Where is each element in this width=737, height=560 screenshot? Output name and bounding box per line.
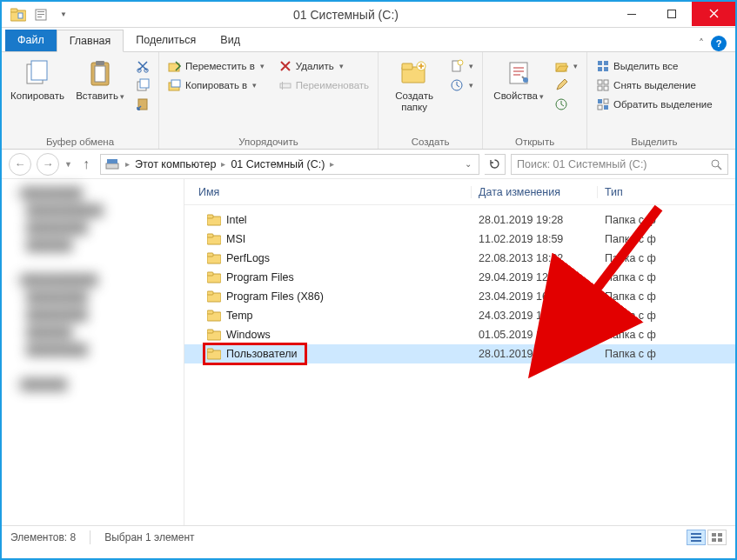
rename-button: Переименовать [275,77,372,94]
column-type[interactable]: Тип [598,186,735,198]
svg-rect-23 [282,82,283,90]
svg-rect-10 [31,61,47,80]
recent-dropdown-icon[interactable]: ▼ [64,160,72,169]
table-row[interactable]: Program Files29.04.2019 12:57Папка с ф [184,268,735,287]
view-large-button[interactable] [707,530,727,545]
window-controls [612,2,735,28]
select-none-button[interactable]: Снять выделение [593,77,716,94]
breadcrumb-current[interactable]: 01 Системный (C:) [231,158,325,170]
quick-access-toolbar: ▼ [2,5,80,24]
table-row[interactable]: Program Files (X86)23.04.2019 16:04Папка… [184,287,735,306]
new-item-button[interactable]: ▾ [446,57,477,75]
column-name[interactable]: Имя [184,186,472,198]
svg-point-48 [712,160,719,167]
table-row[interactable]: Пользователи28.01.2019 18:27Папка с ф [184,344,735,363]
svg-rect-17 [140,79,149,88]
svg-rect-42 [598,99,602,103]
edit-button[interactable] [551,77,581,94]
breadcrumb-root[interactable]: Этот компьютер [135,158,216,170]
delete-button[interactable]: Удалить▾ [275,57,372,75]
svg-rect-25 [402,63,412,70]
search-placeholder: Поиск: 01 Системный (C:) [517,158,647,170]
tab-share[interactable]: Поделиться [124,30,208,51]
copy-to-button[interactable]: Копировать в▾ [164,77,268,94]
svg-rect-44 [598,105,602,110]
column-headers: Имя Дата изменения Тип [184,179,735,205]
breadcrumb-dropdown-icon[interactable]: ⌄ [461,159,475,169]
copy-button[interactable]: Копировать [7,56,68,105]
forward-button[interactable]: → [37,153,59,176]
body: ▪ ████████ ██████████ ████████ ██████ ▪ … [2,179,735,525]
search-input[interactable]: Поиск: 01 Системный (C:) [511,154,728,175]
svg-rect-54 [207,253,213,257]
svg-rect-65 [691,533,701,535]
open-button[interactable]: ▾ [551,57,581,75]
ribbon-group-new: Создать папку ▾ ▾ Создать [379,52,483,149]
back-button[interactable]: ← [9,153,31,176]
explorer-window: ▼ 01 Системный (C:) Файл Главная Поделит… [0,0,737,560]
svg-rect-5 [37,14,44,15]
select-all-button[interactable]: Выделить все [593,57,716,75]
file-list[interactable]: Intel28.01.2019 19:28Папка с фMSI11.02.2… [184,205,735,525]
tab-file[interactable]: Файл [5,30,57,51]
svg-rect-70 [712,538,716,542]
svg-rect-13 [96,61,104,65]
svg-rect-71 [718,538,722,542]
svg-rect-62 [207,330,213,333]
table-row[interactable]: MSI11.02.2019 18:59Папка с ф [184,230,735,249]
table-row[interactable]: Windows01.05.2019 14:05Папка с ф [184,325,735,344]
move-to-button[interactable]: Переместить в▾ [164,57,268,75]
paste-shortcut-button[interactable] [132,96,153,113]
ribbon-group-organize: Переместить в▾ Копировать в▾ Удалить▾ Пе… [159,52,379,149]
svg-rect-41 [604,86,608,90]
invert-selection-button[interactable]: Обратить выделение [593,96,716,113]
app-icon[interactable] [9,5,28,24]
svg-rect-34 [598,61,602,65]
svg-rect-58 [207,291,213,295]
svg-rect-35 [604,61,608,65]
copy-path-button[interactable] [132,77,153,94]
collapse-ribbon-icon[interactable]: ˄ [699,37,704,50]
tab-home[interactable]: Главная [57,30,124,52]
svg-rect-60 [207,310,213,314]
help-icon[interactable]: ? [711,36,727,51]
svg-rect-37 [604,67,608,71]
column-date[interactable]: Дата изменения [472,186,598,198]
svg-rect-4 [37,11,44,12]
properties-icon[interactable] [31,5,50,24]
table-row[interactable]: PerfLogs22.08.2013 18:22Папка с ф [184,249,735,268]
paste-button[interactable]: Вставить▾ [70,56,131,105]
maximize-button[interactable] [652,2,692,26]
close-button[interactable] [692,2,735,26]
view-details-button[interactable] [687,530,706,545]
ribbon-group-clipboard: Копировать Вставить▾ Буфер обмена [2,52,159,149]
svg-rect-50 [207,215,213,218]
status-count: Элементов: 8 [10,531,76,543]
up-button[interactable]: ↑ [77,156,95,173]
svg-rect-66 [691,537,701,538]
svg-rect-47 [107,159,117,163]
table-row[interactable]: Temp24.03.2019 15:34Папка с ф [184,306,735,325]
cut-button[interactable] [132,57,153,75]
properties-button[interactable]: Свойства▾ [488,56,549,105]
status-selected: Выбран 1 элемент [104,531,194,543]
svg-rect-68 [712,533,716,537]
easy-access-button[interactable]: ▾ [446,77,477,94]
svg-rect-22 [280,83,291,88]
refresh-button[interactable] [485,154,506,175]
svg-rect-38 [598,80,602,84]
svg-rect-6 [37,17,42,17]
table-row[interactable]: Intel28.01.2019 19:28Папка с ф [184,210,735,230]
minimize-button[interactable] [612,2,652,26]
new-folder-button[interactable]: Создать папку [384,56,445,117]
svg-point-31 [523,77,528,83]
qat-dropdown-icon[interactable]: ▼ [54,5,73,24]
titlebar: ▼ 01 Системный (C:) [2,2,735,28]
breadcrumb[interactable]: ▸ Этот компьютер ▸ 01 Системный (C:) ▸ ⌄ [100,154,479,175]
content: Имя Дата изменения Тип Intel28.01.2019 1… [184,179,735,525]
svg-rect-7 [627,14,636,15]
tab-view[interactable]: Вид [208,30,252,51]
ribbon-tabs: Файл Главная Поделиться Вид ˄ ? [2,28,735,52]
svg-rect-1 [10,9,17,12]
history-button[interactable] [551,96,581,113]
